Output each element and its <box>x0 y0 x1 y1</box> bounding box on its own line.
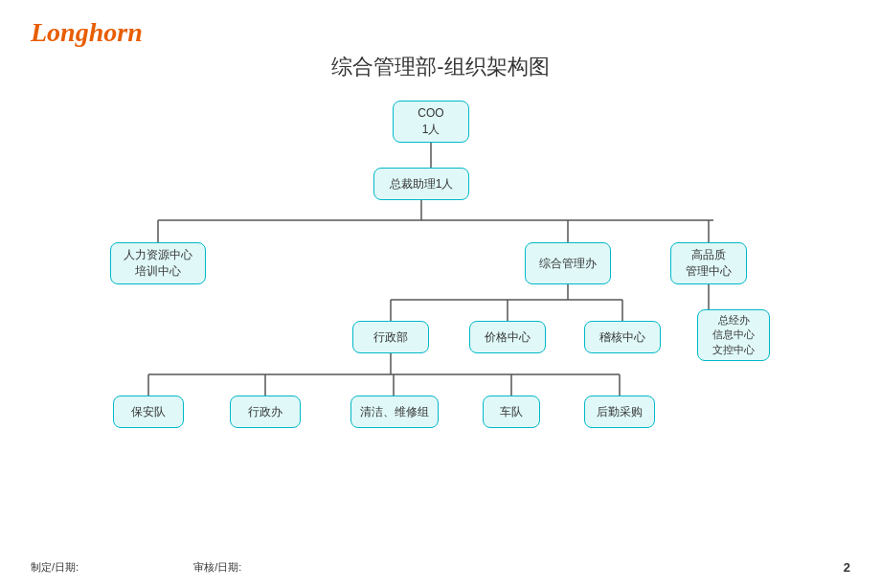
logo: Longhorn <box>31 17 143 48</box>
node-fleet: 车队 <box>483 396 540 428</box>
node-logistics: 后勤采购 <box>584 396 655 428</box>
node-general-office: 总经办信息中心文控中心 <box>697 309 770 361</box>
node-cleaning: 清洁、维修组 <box>350 396 439 428</box>
footer: 制定/日期: 审核/日期: 2 <box>31 560 850 575</box>
footer-middle: 审核/日期: <box>193 560 241 575</box>
node-hr: 人力资源中心培训中心 <box>110 242 206 284</box>
node-assistant: 总裁助理1人 <box>373 168 469 200</box>
org-chart: COO1人 总裁助理1人 人力资源中心培训中心 综合管理办 高品质管理中心 行政… <box>0 91 881 550</box>
page-title: 综合管理部-组织架构图 <box>0 53 881 81</box>
node-general-mgmt: 综合管理办 <box>525 242 611 284</box>
node-quality: 高品质管理中心 <box>670 242 747 284</box>
node-price-center: 价格中心 <box>469 321 546 353</box>
node-security: 保安队 <box>113 396 184 428</box>
node-coo: COO1人 <box>393 101 469 143</box>
node-admin-dept: 行政部 <box>352 321 429 353</box>
page-number: 2 <box>844 560 850 575</box>
node-audit-center: 稽核中心 <box>584 321 661 353</box>
node-admin-office: 行政办 <box>230 396 301 428</box>
footer-left: 制定/日期: <box>31 560 79 575</box>
